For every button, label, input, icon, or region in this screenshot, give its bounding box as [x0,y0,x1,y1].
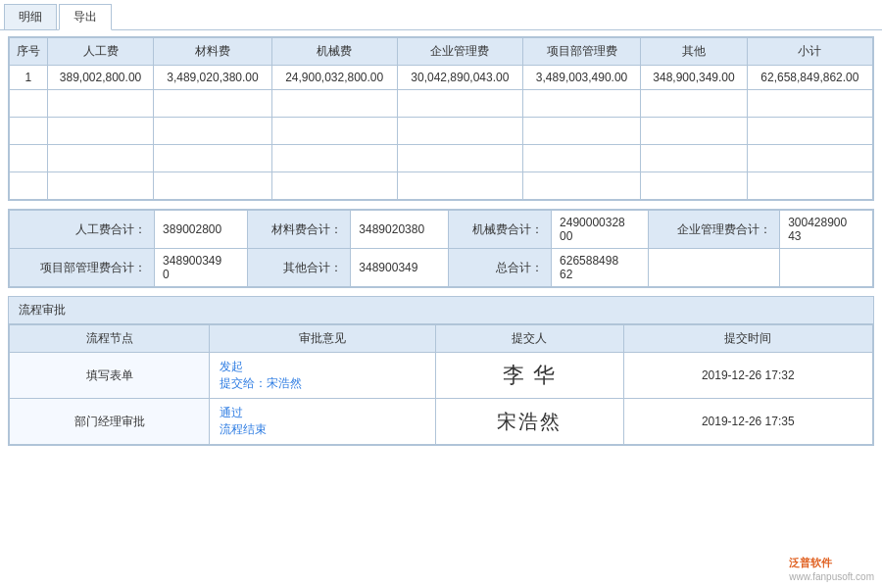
wf-submitter-1: 李 华 [436,353,623,399]
wf-col-submitter: 提交人 [436,325,623,353]
col-other: 其他 [641,38,748,66]
machinery-total-label: 机械费合计： [448,211,551,249]
grand-total-value: 626588498 62 [552,249,649,287]
enterprise-mgmt-total-label: 企业管理费合计： [649,211,780,249]
cell-other: 348,900,349.00 [641,66,748,90]
brand-name: 泛普软件 [789,557,832,568]
wf-col-opinion: 审批意见 [210,325,436,353]
empty-row-3 [10,145,873,172]
project-mgmt-total-value: 348900349 0 [155,249,248,287]
cell-material: 3,489,020,380.00 [154,66,271,90]
enterprise-mgmt-total-value: 300428900 43 [780,211,873,249]
workflow-header-row: 流程节点 审批意见 提交人 提交时间 [10,325,873,353]
col-subtotal: 小计 [747,38,872,66]
cell-machinery: 24,900,032,800.00 [271,66,397,90]
workflow-section: 流程审批 流程节点 审批意见 提交人 提交时间 填写表单 发起 提交给：宋浩然 [8,296,874,446]
empty-row-1 [10,90,873,118]
other-total-value: 348900349 [351,249,448,287]
wf-node-1: 填写表单 [10,353,210,399]
material-total-label: 材料费合计： [247,211,350,249]
col-project-mgmt: 项目部管理费 [522,38,640,66]
main-content: 序号 人工费 材料费 机械费 企业管理费 项目部管理费 其他 小计 1 389,… [0,30,882,460]
machinery-total-value: 2490000328 00 [552,211,649,249]
signature-1: 李 华 [503,363,558,387]
tab-export[interactable]: 导出 [59,4,112,30]
empty-cell-2 [780,249,873,287]
detail-table-header-row: 序号 人工费 材料费 机械费 企业管理费 项目部管理费 其他 小计 [10,38,873,66]
workflow-table: 流程节点 审批意见 提交人 提交时间 填写表单 发起 提交给：宋浩然 李 华 [9,324,873,445]
cell-labor: 389,002,800.00 [47,66,154,90]
wf-time-2: 2019-12-26 17:35 [623,399,872,445]
labor-total-value: 389002800 [155,211,248,249]
material-total-value: 3489020380 [351,211,448,249]
cell-subtotal: 62,658,849,862.00 [747,66,872,90]
signature-2: 宋浩然 [497,411,562,432]
empty-row-2 [10,118,873,145]
cell-seq: 1 [10,66,48,90]
cell-enterprise-mgmt: 30,042,890,043.00 [397,66,522,90]
wf-node-2: 部门经理审批 [10,399,210,445]
other-total-label: 其他合计： [247,249,350,287]
workflow-row-2: 部门经理审批 通过 流程结束 宋浩然 2019-12-26 17:35 [10,399,873,445]
wf-submitter-2: 宋浩然 [436,399,623,445]
labor-total-label: 人工费合计： [10,211,155,249]
project-mgmt-total-label: 项目部管理费合计： [10,249,155,287]
summary-table: 人工费合计： 389002800 材料费合计： 3489020380 机械费合计… [9,210,873,287]
summary-row-1: 人工费合计： 389002800 材料费合计： 3489020380 机械费合计… [10,211,873,249]
wf-opinion-line1-1: 发起 [220,360,243,373]
wf-opinion-1: 发起 提交给：宋浩然 [210,353,436,399]
wf-opinion-line2-1: 提交给：宋浩然 [220,376,302,390]
brand-logo: 泛普软件 www.fanpusoft.com [789,556,874,582]
wf-col-node: 流程节点 [10,325,210,353]
grand-total-label: 总合计： [448,249,551,287]
detail-table: 序号 人工费 材料费 机械费 企业管理费 项目部管理费 其他 小计 1 389,… [9,37,873,200]
tab-bar: 明细 导出 [0,0,882,30]
detail-table-wrap: 序号 人工费 材料费 机械费 企业管理费 项目部管理费 其他 小计 1 389,… [8,36,874,201]
empty-cell-1 [649,249,780,287]
wf-opinion-line1-2: 通过 [220,406,243,419]
col-seq: 序号 [10,38,48,66]
table-row: 1 389,002,800.00 3,489,020,380.00 24,900… [10,66,873,90]
wf-time-1: 2019-12-26 17:32 [623,353,872,399]
col-material: 材料费 [154,38,271,66]
cell-project-mgmt: 3,489,003,490.00 [522,66,640,90]
wf-opinion-line2-2: 流程结束 [220,422,267,436]
summary-table-wrap: 人工费合计： 389002800 材料费合计： 3489020380 机械费合计… [8,209,874,288]
wf-col-time: 提交时间 [623,325,872,353]
summary-row-2: 项目部管理费合计： 348900349 0 其他合计： 348900349 总合… [10,249,873,287]
workflow-row-1: 填写表单 发起 提交给：宋浩然 李 华 2019-12-26 17:32 [10,353,873,399]
workflow-title: 流程审批 [9,297,873,324]
tab-mingxi[interactable]: 明细 [4,4,57,29]
wf-opinion-2: 通过 流程结束 [210,399,436,445]
brand-url: www.fanpusoft.com [789,571,874,582]
col-enterprise-mgmt: 企业管理费 [397,38,522,66]
empty-row-4 [10,172,873,200]
col-labor: 人工费 [47,38,154,66]
col-machinery: 机械费 [271,38,397,66]
